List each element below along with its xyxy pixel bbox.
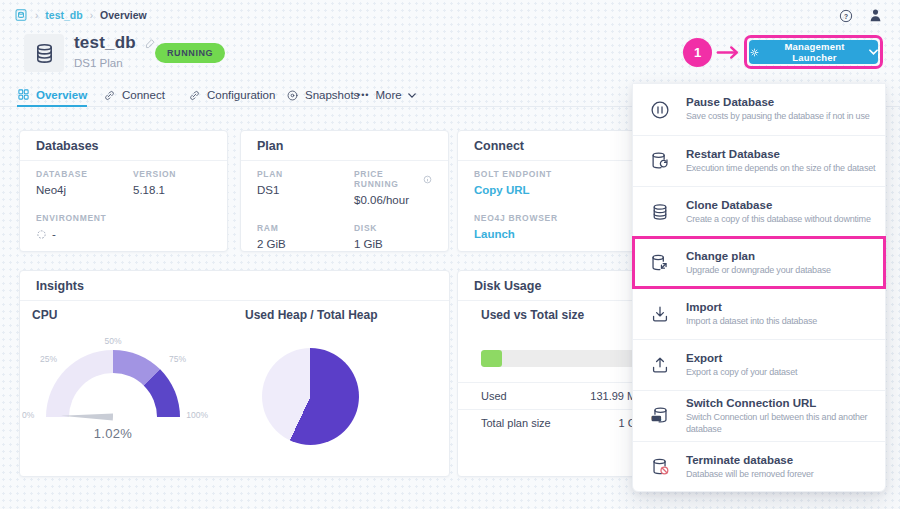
database-icon [33, 42, 56, 65]
link-icon [103, 89, 116, 102]
ellipsis-icon: ••• [357, 90, 369, 100]
info-icon[interactable] [423, 175, 432, 184]
menu-item-change-plan[interactable]: Change planUpgrade or downgrade your dat… [633, 237, 885, 288]
disk-chart-title: Used vs Total size [481, 308, 584, 322]
field-version: VERSION 5.18.1 [133, 169, 211, 196]
pause-icon [649, 99, 673, 121]
field-environment: ENVIRONMENT - [36, 213, 133, 240]
menu-item-pause-database[interactable]: Pause DatabaseSave costs by pausing the … [633, 84, 885, 135]
app-root: › test_db › Overview ? [0, 0, 900, 509]
svg-text:?: ? [844, 12, 848, 19]
management-launcher-button[interactable]: Management Launcher [749, 40, 878, 64]
databases-card: Databases DATABASE Neo4j VERSION 5.18.1 … [19, 130, 228, 252]
svg-text:URL: URL [652, 416, 661, 421]
tab-snapshots-label: Snapshots [305, 89, 359, 101]
switch-url-icon: URL [649, 405, 673, 427]
menu-item-switch-connection-url[interactable]: URL Switch Connection URLSwitch Connecti… [633, 390, 885, 441]
tab-snapshots[interactable]: Snapshots [286, 84, 359, 106]
change-plan-icon [649, 252, 673, 274]
menu-item-import[interactable]: ImportImport a dataset into this databas… [633, 288, 885, 339]
menu-item-terminate-database[interactable]: Terminate databaseDatabase will be remov… [633, 441, 885, 492]
gauge-tick-100: 100% [186, 410, 208, 420]
field-bolt-endpoint: BOLT ENDPOINT Copy URL [474, 169, 653, 196]
annotation-step-badge: 1 [683, 38, 712, 67]
gauge-tick-50: 50% [104, 336, 121, 346]
menu-item-export[interactable]: ExportExport a copy of your dataset [633, 339, 885, 390]
cpu-gauge-value: 1.02% [18, 426, 208, 441]
export-icon [649, 354, 673, 376]
heap-chart-title: Used Heap / Total Heap [245, 308, 377, 322]
annotation-arrow-icon [716, 45, 740, 60]
field-ram: RAM 2 GiB [257, 223, 354, 250]
menu-item-clone-database[interactable]: Clone DatabaseCreate a copy of this data… [633, 186, 885, 237]
plan-card: Plan PLAN DS1 PRICE RUNNING $0.06/hour R… [240, 130, 449, 252]
management-launcher-label: Management Launcher [766, 41, 863, 63]
user-icon[interactable] [867, 7, 884, 24]
tab-overview[interactable]: Overview [17, 84, 87, 107]
gear-icon [749, 47, 760, 58]
spinner-icon [36, 229, 47, 240]
tab-configuration-label: Configuration [207, 89, 275, 101]
insights-card-title: Insights [20, 271, 449, 301]
heap-pie [262, 348, 359, 445]
plan-card-title: Plan [241, 131, 448, 161]
edit-pencil-icon[interactable] [144, 37, 157, 50]
cpu-gauge: 50% 25% 75% 0% 100% 1.02% [18, 330, 208, 445]
tab-connect-label: Connect [122, 89, 165, 101]
database-nav-icon[interactable] [14, 8, 28, 22]
grid-icon [17, 88, 30, 101]
chevron-down-icon [408, 93, 416, 98]
page-title: test_db [74, 33, 136, 53]
database-avatar [24, 34, 64, 72]
terminate-icon [649, 456, 673, 478]
tab-overview-label: Overview [36, 89, 87, 101]
management-launcher-menu: Pause DatabaseSave costs by pausing the … [632, 83, 886, 492]
breadcrumb-separator: › [90, 10, 93, 21]
clone-icon [649, 201, 673, 223]
databases-card-title: Databases [20, 131, 227, 161]
cpu-chart-title: CPU [32, 308, 57, 322]
disk-usage-bar [481, 350, 646, 367]
tab-connect[interactable]: Connect [103, 84, 165, 106]
disk-usage-fill [481, 350, 502, 367]
field-neo4j-browser: NEO4J BROWSER Launch [474, 213, 653, 240]
help-icon[interactable]: ? [838, 8, 854, 24]
tab-more-label: More [375, 89, 401, 101]
field-price-running: PRICE RUNNING $0.06/hour [354, 169, 432, 206]
import-icon [649, 303, 673, 325]
chevron-down-icon [869, 49, 878, 55]
field-plan: PLAN DS1 [257, 169, 354, 206]
status-badge: RUNNING [155, 43, 225, 63]
field-database: DATABASE Neo4j [36, 169, 133, 196]
link-icon [188, 89, 201, 102]
breadcrumb-db-link[interactable]: test_db [45, 9, 82, 21]
topbar: › test_db › Overview ? [0, 0, 900, 30]
breadcrumb-page: Overview [100, 9, 147, 21]
plan-subtitle: DS1 Plan [74, 57, 123, 69]
tab-configuration[interactable]: Configuration [188, 84, 275, 106]
tab-more[interactable]: ••• More [357, 84, 416, 106]
annotation-highlight-box: Management Launcher [744, 35, 883, 69]
breadcrumb-separator: › [35, 10, 38, 21]
cpu-gauge-needle [61, 409, 113, 423]
breadcrumb: › test_db › Overview [14, 8, 147, 22]
gauge-tick-0: 0% [22, 410, 34, 420]
launch-link[interactable]: Launch [474, 228, 653, 240]
snapshot-icon [286, 89, 299, 102]
copy-url-link[interactable]: Copy URL [474, 184, 653, 196]
field-disk: DISK 1 GiB [354, 223, 432, 250]
restart-icon [649, 150, 673, 172]
menu-item-restart-database[interactable]: Restart DatabaseExecution time depends o… [633, 135, 885, 186]
